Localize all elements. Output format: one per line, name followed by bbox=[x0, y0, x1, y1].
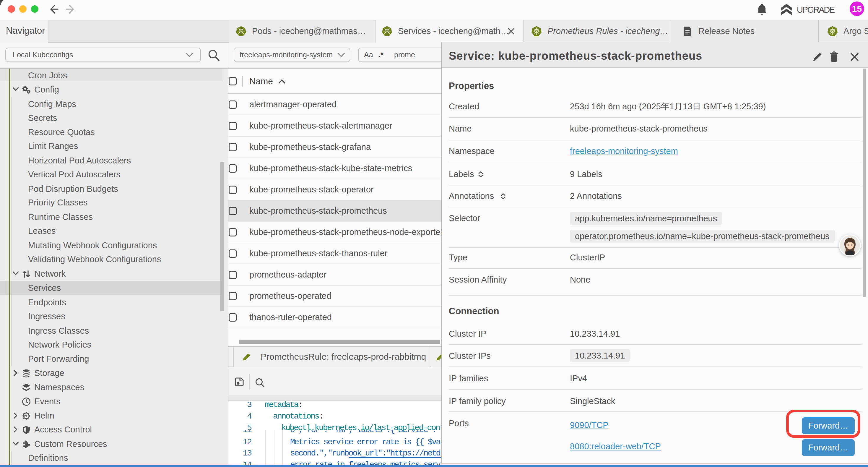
svg-text:HELM: HELM bbox=[23, 415, 30, 418]
